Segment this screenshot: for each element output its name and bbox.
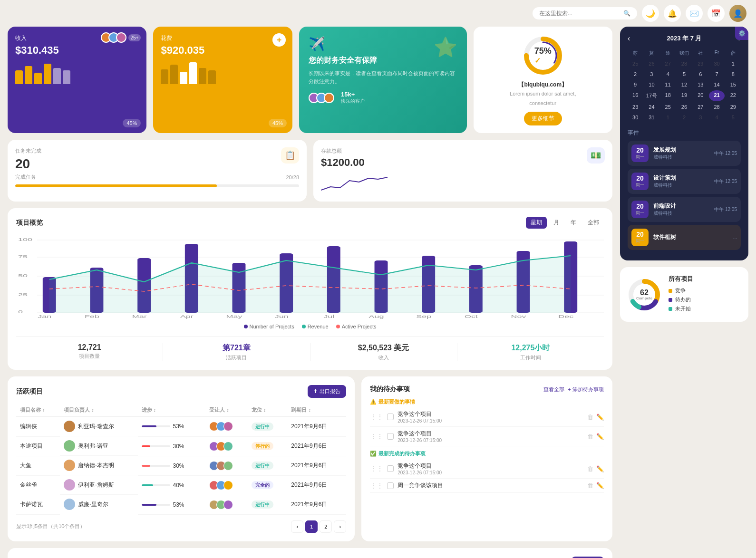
user-avatar[interactable]: 👤 xyxy=(729,5,746,22)
export-button[interactable]: ⬆ 出口报告 xyxy=(308,385,346,398)
event-date-num-3: 20 xyxy=(633,202,647,210)
cal-day[interactable]: 11 xyxy=(660,80,676,89)
cal-day[interactable]: 4 xyxy=(660,69,676,79)
dark-mode-button[interactable]: 🌙 xyxy=(642,5,659,22)
delete-todo-button-3[interactable]: 🗑 xyxy=(587,465,593,472)
tab-weekly[interactable]: 星期 xyxy=(526,217,547,229)
prev-month-button[interactable]: ‹ xyxy=(628,34,630,43)
cal-day[interactable]: 23 xyxy=(628,102,643,112)
view-all-link[interactable]: 查看全部 xyxy=(543,386,564,393)
todo-checkbox-2[interactable] xyxy=(387,433,394,440)
cal-day[interactable]: 2 xyxy=(628,69,643,79)
cal-day[interactable]: 4 xyxy=(709,113,724,122)
cal-day[interactable]: 1 xyxy=(726,59,741,68)
tasks-title: 任务未完成 xyxy=(15,147,299,154)
add-expense-button[interactable]: + xyxy=(272,33,286,47)
cal-day[interactable]: 29 xyxy=(693,59,708,68)
cal-day[interactable]: 27 xyxy=(693,102,708,112)
events-section: 事件 20 周一 发展规划 威特科技 中午 12:05 20 周一 xyxy=(628,129,741,250)
row-status: 进行中 xyxy=(248,495,287,514)
cal-day[interactable]: 28 xyxy=(709,102,724,112)
page-1-button[interactable]: 1 xyxy=(305,520,318,533)
drag-handle-2[interactable]: ⋮⋮ xyxy=(370,433,383,440)
cal-day[interactable]: 22 xyxy=(726,90,741,101)
todo-text-4: 周一竞争谈该项目 xyxy=(397,481,583,490)
all-projects-panel: 62 Compete 所有项目 竞争 待办的 未开始 xyxy=(620,267,748,322)
search-box[interactable]: 🔍 xyxy=(533,7,637,19)
todo-checkbox-3[interactable] xyxy=(387,465,394,472)
row-name: 大鱼 xyxy=(16,456,60,475)
legend-dot-revenue xyxy=(302,325,306,328)
edit-todo-button-3[interactable]: ✏️ xyxy=(596,465,604,472)
cal-day[interactable]: 29 xyxy=(726,102,741,112)
row-progress: 40% xyxy=(138,475,206,495)
cal-day[interactable]: 27 xyxy=(660,59,676,68)
cal-day[interactable]: 13 xyxy=(693,80,708,89)
delete-todo-button-4[interactable]: 🗑 xyxy=(587,482,593,489)
cal-day[interactable]: 6 xyxy=(693,69,708,79)
cal-day[interactable]: 15 xyxy=(726,80,741,89)
delete-todo-button-2[interactable]: 🗑 xyxy=(587,433,593,440)
cal-day[interactable]: 30 xyxy=(709,59,724,68)
edit-todo-button-2[interactable]: ✏️ xyxy=(596,433,604,440)
cal-day[interactable]: 3 xyxy=(693,113,708,122)
tab-yearly[interactable]: 年 xyxy=(566,217,581,229)
more-details-button[interactable]: 更多细节 xyxy=(524,112,562,125)
svg-text:Oct: Oct xyxy=(465,314,478,319)
right-column: ⚙️ ‹ 2023 年 7 月 › 苏 莫 途 我们 社 Fr 萨 25 26 … xyxy=(620,27,748,558)
cal-day[interactable]: 2 xyxy=(677,113,692,122)
cal-day[interactable]: 26 xyxy=(677,102,692,112)
cal-day-today[interactable]: 21 xyxy=(709,90,724,101)
tab-monthly[interactable]: 月 xyxy=(549,217,564,229)
active-projects-title: 活跃项目 xyxy=(16,387,43,396)
cal-day[interactable]: 8 xyxy=(726,69,741,79)
cal-day[interactable]: 26 xyxy=(644,59,659,68)
cal-day[interactable]: 16 xyxy=(628,90,643,101)
urgent-section-title: ⚠️ 最新要做的事情 xyxy=(370,398,604,405)
cal-day[interactable]: 17号 xyxy=(644,90,659,101)
drag-handle-4[interactable]: ⋮⋮ xyxy=(370,482,383,490)
drag-handle-3[interactable]: ⋮⋮ xyxy=(370,465,383,472)
cal-day[interactable]: 14 xyxy=(709,80,724,89)
mail-button[interactable]: ✉️ xyxy=(686,5,703,22)
cal-day[interactable]: 30 xyxy=(628,113,643,122)
ebar-2 xyxy=(170,65,178,84)
cal-day[interactable]: 12 xyxy=(677,80,692,89)
cal-day[interactable]: 24 xyxy=(644,102,659,112)
edit-todo-button-4[interactable]: ✏️ xyxy=(596,482,604,489)
cal-day[interactable]: 10 xyxy=(644,80,659,89)
calendar-button[interactable]: 📅 xyxy=(708,5,725,22)
delete-todo-button-1[interactable]: 🗑 xyxy=(587,414,593,421)
cal-day[interactable]: 3 xyxy=(644,69,659,79)
cal-day[interactable]: 28 xyxy=(677,59,692,68)
cal-day[interactable]: 5 xyxy=(726,113,741,122)
cal-day[interactable]: 25 xyxy=(660,102,676,112)
cal-day[interactable]: 20 xyxy=(693,90,708,101)
page-2-button[interactable]: 2 xyxy=(320,520,332,533)
cal-day[interactable]: 7 xyxy=(709,69,724,79)
todo-checkbox-1[interactable] xyxy=(387,414,394,420)
settings-icon[interactable]: ⚙️ xyxy=(735,27,748,40)
stat-projects-val: 12,721 xyxy=(16,343,163,352)
owner-avatar xyxy=(64,499,75,510)
cal-day[interactable]: 25 xyxy=(628,59,643,68)
row-name: 金丝雀 xyxy=(16,475,60,495)
add-todo-link[interactable]: + 添加待办事项 xyxy=(568,386,604,393)
view-all-running-button[interactable]: 查看全部 xyxy=(572,557,604,558)
ebar-6 xyxy=(208,70,216,84)
notification-button[interactable]: 🔔 xyxy=(664,5,681,22)
cal-day[interactable]: 31 xyxy=(644,113,659,122)
next-page-button[interactable]: › xyxy=(334,520,346,533)
cal-day[interactable]: 5 xyxy=(677,69,692,79)
cal-day[interactable]: 19 xyxy=(677,90,692,101)
cal-day[interactable]: 18 xyxy=(660,90,676,101)
cal-day[interactable]: 1 xyxy=(660,113,676,122)
prev-page-button[interactable]: ‹ xyxy=(291,520,303,533)
drag-handle-1[interactable]: ⋮⋮ xyxy=(370,413,383,421)
expense-percent: 45% xyxy=(269,119,287,127)
tab-all[interactable]: 全部 xyxy=(583,217,604,229)
cal-day[interactable]: 9 xyxy=(628,80,643,89)
todo-checkbox-4[interactable] xyxy=(387,482,394,489)
edit-todo-button-1[interactable]: ✏️ xyxy=(596,414,604,421)
search-input[interactable] xyxy=(539,10,620,17)
